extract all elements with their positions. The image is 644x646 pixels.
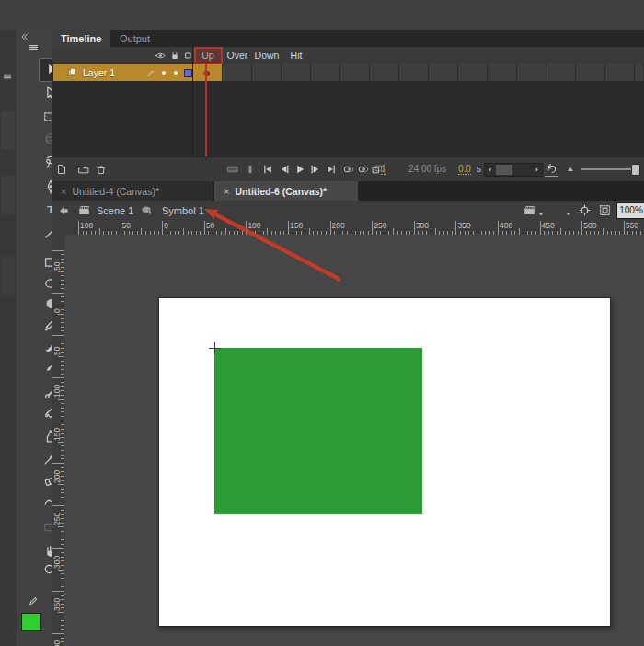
scroll-left-icon[interactable] [486, 166, 494, 174]
collapsed-panel-button[interactable] [1, 176, 15, 214]
ruler-label: 350 [457, 221, 470, 230]
frame-cell[interactable] [546, 64, 576, 81]
ruler-major-tick [52, 335, 64, 336]
layer-visibility-dot[interactable] [162, 71, 166, 75]
timeline-zoom-slider-handle[interactable] [631, 164, 640, 176]
document-tab-bar: × Untitled-4 (Canvas)* × Untitled-6 (Can… [52, 181, 644, 201]
ruler-label: 300 [416, 221, 429, 230]
ruler-major-tick [52, 377, 64, 378]
edit-scene-icon[interactable] [523, 203, 536, 217]
close-tab-icon[interactable]: × [61, 186, 66, 197]
layer-edit-pencil-icon [145, 67, 156, 78]
frame-cell[interactable] [517, 64, 546, 81]
new-folder-button[interactable] [77, 163, 90, 176]
tab-output[interactable]: Output [110, 30, 159, 47]
ruler-major-tick [288, 221, 289, 235]
document-tab-untitled-4[interactable]: × Untitled-4 (Canvas)* [52, 181, 213, 201]
layer-row[interactable]: Layer 1 [53, 64, 193, 81]
playhead-dot [203, 71, 208, 75]
ruler-minor-tick [225, 228, 226, 235]
left-panel-dock [0, 30, 17, 646]
frame-cell[interactable] [311, 64, 340, 81]
column-separator[interactable] [192, 47, 193, 156]
ruler-major-tick [52, 591, 64, 592]
frame-cell[interactable] [429, 64, 458, 81]
playhead-frame-highlight[interactable] [194, 47, 223, 64]
frame-cell[interactable] [458, 64, 488, 81]
play-button[interactable] [293, 163, 306, 176]
fill-color-swatch[interactable] [21, 613, 41, 631]
layer-outline-color-swatch[interactable] [184, 69, 192, 77]
frame-cell[interactable] [340, 64, 370, 81]
clip-content-icon[interactable] [598, 203, 612, 217]
frame-cell[interactable] [399, 64, 429, 81]
timeline-scrollbar[interactable] [484, 163, 543, 177]
stroke-color-pencil-icon[interactable] [27, 594, 40, 607]
delete-layer-button[interactable] [95, 163, 108, 176]
resize-panel-icon[interactable] [565, 164, 576, 175]
scrollbar-thumb[interactable] [496, 165, 512, 175]
ruler-major-tick [121, 221, 121, 235]
frame-cell[interactable] [635, 64, 644, 81]
layer-name-label[interactable]: Layer 1 [83, 67, 115, 78]
onion-skin-button[interactable] [342, 163, 355, 176]
collapsed-panel-button[interactable] [1, 111, 15, 150]
document-tab-label[interactable]: Untitled-6 (Canvas)* [235, 186, 327, 197]
frame-label-hit[interactable]: Hit [282, 47, 311, 64]
document-tab-label[interactable]: Untitled-4 (Canvas)* [72, 186, 159, 197]
document-tab-untitled-6[interactable]: × Untitled-6 (Canvas)* [214, 181, 358, 201]
ruler-major-tick [414, 221, 415, 235]
vertical-ruler: 50050100150200250300350400 [52, 235, 65, 646]
pasteboard[interactable] [64, 235, 644, 646]
symbol-breadcrumb-label[interactable]: Symbol 1 [162, 205, 204, 216]
frame-cell[interactable] [282, 64, 311, 81]
frame-rate-value[interactable]: 24.00 fps [408, 164, 446, 174]
frame-label-over[interactable]: Over [223, 47, 252, 64]
step-forward-button[interactable] [309, 163, 322, 176]
frame-cell[interactable] [370, 64, 399, 81]
timeline-control-bar: 1 24.00 fps 0.0 s [52, 156, 644, 182]
ruler-major-tick [581, 221, 582, 235]
scene-breadcrumb-label[interactable]: Scene 1 [97, 205, 133, 216]
dropdown-caret-icon[interactable] [537, 211, 545, 218]
elapsed-time-value[interactable]: 0.0 [458, 164, 471, 175]
elapsed-time-unit: s [477, 164, 481, 174]
playhead-line[interactable] [205, 63, 207, 156]
frame-cell[interactable] [576, 64, 605, 81]
marker-icon[interactable] [244, 163, 257, 176]
frame-label-down[interactable]: Down [252, 47, 282, 64]
go-to-last-frame-button[interactable] [325, 163, 338, 176]
ruler-minor-tick [309, 228, 310, 235]
close-tab-icon[interactable]: × [224, 186, 229, 197]
timeline-zoom-slider[interactable] [581, 168, 638, 170]
go-to-first-frame-button[interactable] [261, 163, 274, 176]
dropdown-caret-icon[interactable] [565, 211, 572, 218]
edit-symbol-icon[interactable] [550, 203, 564, 217]
scroll-right-icon[interactable] [533, 166, 541, 174]
panel-menu-icon[interactable] [2, 71, 13, 82]
layer-lock-dot[interactable] [174, 71, 178, 75]
frame-cell[interactable] [252, 64, 282, 81]
ruler-major-tick [330, 221, 331, 235]
center-stage-icon[interactable] [578, 203, 592, 217]
green-rectangle-shape[interactable] [214, 348, 422, 514]
ruler-minor-tick [58, 526, 64, 527]
new-layer-button[interactable] [55, 163, 68, 176]
current-frame-value[interactable]: 1 [381, 164, 386, 175]
registration-crosshair-icon [209, 342, 221, 354]
horizontal-ruler: 10050050100150200250300350400450500550 [64, 221, 644, 236]
frame-cell[interactable] [488, 64, 517, 81]
back-arrow-icon[interactable] [57, 204, 70, 217]
ruler-major-tick [52, 250, 64, 251]
tab-timeline[interactable]: Timeline [52, 30, 110, 47]
reset-timeline-zoom-icon[interactable] [545, 162, 558, 177]
frame-cell[interactable] [223, 64, 252, 81]
step-back-button[interactable] [278, 163, 291, 176]
frame-cell[interactable] [605, 64, 635, 81]
onion-skin-outlines-button[interactable] [357, 163, 370, 176]
ruler-label: 50 [122, 221, 131, 230]
ruler-minor-tick [99, 228, 100, 235]
zoom-level-input[interactable]: 100% [616, 202, 644, 219]
collapsed-panel-button[interactable] [1, 257, 15, 295]
stage[interactable] [158, 297, 611, 627]
